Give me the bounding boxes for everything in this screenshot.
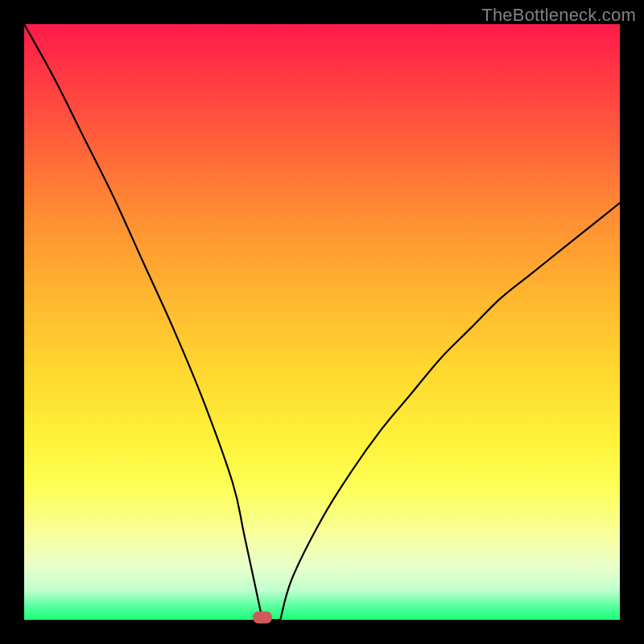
watermark-label: TheBottleneck.com [481, 5, 636, 26]
chart-frame: TheBottleneck.com [0, 0, 644, 644]
bottleneck-curve [24, 24, 620, 620]
minimum-marker [253, 612, 272, 624]
plot-area [24, 24, 620, 620]
curve-svg [24, 24, 620, 620]
